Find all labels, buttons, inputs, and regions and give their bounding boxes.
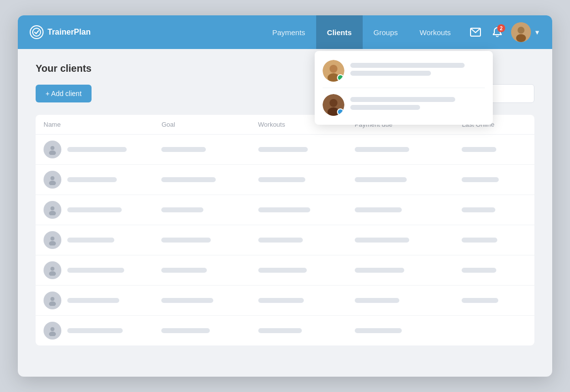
skeleton-goal: [161, 298, 213, 303]
add-client-button[interactable]: + Add client: [36, 85, 92, 102]
notif-line-1b: [350, 71, 431, 76]
svg-point-18: [49, 241, 56, 245]
skeleton-goal: [161, 328, 210, 333]
skeleton-workouts: [258, 207, 310, 212]
nav-links: Payments Clients Groups Workouts: [261, 15, 462, 49]
navbar-actions: 2 ▼: [466, 22, 540, 42]
table-row[interactable]: [36, 165, 534, 195]
skeleton-goal: [161, 177, 216, 182]
svg-point-17: [50, 237, 54, 241]
skeleton-name: [67, 147, 127, 152]
notif-content-1: [350, 63, 485, 79]
skeleton-goal: [161, 147, 206, 152]
toolbar-left: + Add client: [36, 85, 324, 102]
table-row[interactable]: [36, 286, 534, 316]
skeleton-payment: [355, 238, 409, 243]
svg-point-6: [330, 65, 337, 73]
user-avatar-button[interactable]: [511, 22, 531, 42]
skeleton-payment: [355, 298, 399, 303]
skeleton-name: [67, 177, 117, 182]
mail-button[interactable]: [466, 22, 485, 42]
user-menu-chevron[interactable]: ▼: [534, 29, 540, 36]
row-avatar: [44, 141, 61, 158]
navbar: TrainerPlan Payments Clients Groups Work…: [18, 15, 552, 49]
skeleton-workouts: [258, 177, 305, 182]
svg-point-19: [50, 267, 54, 271]
svg-point-20: [49, 271, 56, 276]
skeleton-goal: [161, 207, 203, 212]
table-row[interactable]: [36, 195, 534, 225]
svg-point-4: [516, 34, 526, 42]
skeleton-online: [462, 268, 496, 273]
svg-point-3: [518, 27, 524, 34]
skeleton-workouts: [258, 238, 303, 243]
skeleton-goal: [161, 268, 207, 273]
notif-line-1a: [350, 63, 465, 68]
svg-point-24: [49, 332, 56, 336]
skeleton-goal: [161, 238, 211, 243]
skeleton-name: [67, 328, 123, 333]
col-header-goal: Goal: [153, 115, 250, 135]
skeleton-workouts: [258, 268, 307, 273]
svg-point-11: [50, 146, 54, 150]
skeleton-payment: [355, 268, 404, 273]
skeleton-payment: [355, 147, 409, 152]
notif-status-blue: [337, 108, 344, 115]
skeleton-online: [462, 298, 498, 303]
notif-line-2a: [350, 97, 455, 102]
nav-payments[interactable]: Payments: [261, 15, 316, 49]
skeleton-payment: [355, 207, 402, 212]
notification-badge: 2: [497, 24, 505, 32]
row-avatar: [44, 171, 61, 189]
notif-avatar-1: [323, 60, 344, 82]
nav-workouts[interactable]: Workouts: [409, 15, 462, 49]
table-row[interactable]: [36, 135, 534, 165]
notif-line-2b: [350, 105, 420, 110]
skeleton-name: [67, 238, 114, 243]
skeleton-workouts: [258, 298, 304, 303]
skeleton-workouts: [258, 328, 302, 333]
svg-point-12: [49, 150, 56, 155]
row-avatar: [44, 231, 61, 249]
col-header-name: Name: [36, 115, 153, 135]
brand-name: TrainerPlan: [48, 28, 91, 37]
notif-avatar-2: [323, 94, 344, 116]
svg-point-21: [50, 297, 54, 301]
row-avatar: [44, 261, 61, 279]
svg-point-13: [50, 176, 54, 180]
clients-table: Name Goal Workouts Payment due Last Onli…: [36, 115, 534, 345]
notification-dropdown: [315, 51, 493, 125]
notif-divider: [323, 88, 485, 88]
svg-point-22: [49, 301, 56, 306]
page-title: Your clients: [36, 63, 92, 74]
nav-clients[interactable]: Clients: [316, 15, 363, 49]
svg-point-16: [49, 211, 56, 215]
skeleton-name: [67, 298, 119, 303]
notification-item-2[interactable]: [315, 89, 493, 121]
skeleton-payment: [355, 177, 407, 182]
row-avatar: [44, 292, 61, 309]
notif-content-2: [350, 97, 485, 113]
row-avatar: [44, 201, 61, 219]
svg-point-0: [33, 28, 41, 36]
svg-point-15: [50, 206, 54, 210]
table-row[interactable]: [36, 316, 534, 346]
row-avatar: [44, 322, 61, 340]
notif-status-green: [337, 74, 344, 81]
skeleton-payment: [355, 328, 402, 333]
nav-groups[interactable]: Groups: [363, 15, 409, 49]
skeleton-online: [462, 238, 497, 243]
skeleton-name: [67, 207, 122, 212]
skeleton-online: [462, 147, 496, 152]
svg-point-23: [50, 327, 54, 331]
notifications-button[interactable]: 2: [487, 22, 507, 42]
svg-point-9: [330, 99, 337, 107]
skeleton-workouts: [258, 147, 308, 152]
table-row[interactable]: [36, 225, 534, 255]
notification-item-1[interactable]: [315, 55, 493, 87]
skeleton-online: [462, 177, 499, 182]
brand-icon: [30, 25, 44, 39]
app-window: TrainerPlan Payments Clients Groups Work…: [18, 15, 552, 377]
table-row[interactable]: [36, 255, 534, 286]
skeleton-online: [462, 207, 495, 212]
